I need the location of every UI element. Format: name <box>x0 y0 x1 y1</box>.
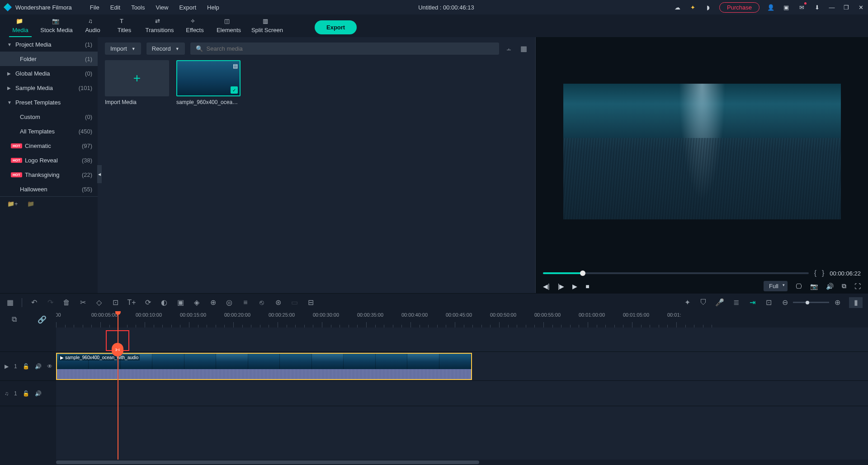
next-frame-button[interactable]: |▶ <box>558 283 565 290</box>
menu-edit[interactable]: Edit <box>110 4 120 11</box>
text-button[interactable]: T+ <box>127 298 136 307</box>
tab-effects[interactable]: ✧Effects <box>179 15 211 37</box>
redo-button[interactable]: ↷ <box>46 298 55 307</box>
mark-in-button[interactable]: { <box>814 269 816 277</box>
mic-icon[interactable]: 🎤 <box>715 298 724 307</box>
sidebar-thanksgiving[interactable]: HOTThanksgiving(22) <box>0 167 98 182</box>
search-media[interactable]: 🔍 <box>190 43 499 55</box>
purchase-button[interactable]: Purchase <box>719 2 760 13</box>
tab-elements[interactable]: ◫Elements <box>211 15 247 37</box>
search-input[interactable] <box>207 45 494 52</box>
tag-icon[interactable]: ◇ <box>94 298 104 307</box>
sidebar-global-media[interactable]: ▶Global Media(0) <box>0 66 98 81</box>
zoom-slider[interactable] <box>793 302 829 303</box>
timeline-tracks[interactable]: ▶sample_960x400_ocean_with_audio <box>56 327 868 460</box>
mute-icon[interactable]: 🔊 <box>35 363 42 370</box>
menu-export[interactable]: Export <box>179 4 196 11</box>
motion-button[interactable]: ◎ <box>225 298 234 307</box>
sidebar-logo-reveal[interactable]: HOTLogo Reveal(38) <box>0 153 98 167</box>
media-clip-tile[interactable]: ▤ ✓ sample_960x400_ocean_... <box>176 60 241 105</box>
undo-button[interactable]: ↶ <box>29 298 38 307</box>
preview-viewport[interactable] <box>536 37 868 266</box>
video-track-1[interactable]: ▶sample_960x400_ocean_with_audio <box>56 352 868 381</box>
audio-track-header[interactable]: ♫1 🔓 🔊 <box>0 381 56 406</box>
timeline-scrollbar[interactable] <box>0 460 868 465</box>
sparkle-icon[interactable]: ✦ <box>689 3 697 11</box>
sidebar-all-templates[interactable]: All Templates(450) <box>0 124 98 138</box>
split-button[interactable]: ✂ <box>78 298 87 307</box>
lock-icon[interactable]: 🔓 <box>23 390 29 397</box>
sidebar-preset-templates[interactable]: ▼Preset Templates <box>0 95 98 109</box>
expand-button[interactable]: ⊟ <box>306 298 315 307</box>
download-icon[interactable]: ⬇ <box>813 3 821 11</box>
video-track-header[interactable]: ▶1 🔓 🔊 👁 <box>0 352 56 381</box>
headset-icon[interactable]: ◗ <box>704 3 712 11</box>
snapshot-icon[interactable]: 📷 <box>810 283 818 290</box>
zoom-out-button[interactable]: ⊖ <box>780 298 789 307</box>
enhance-button[interactable]: ⊛ <box>274 298 283 307</box>
timeline-settings-icon[interactable]: ▮ <box>849 297 863 308</box>
color-button[interactable]: ◐ <box>160 298 169 307</box>
render-button[interactable]: ▭ <box>290 298 299 307</box>
import-media-tile[interactable]: + Import Media <box>105 60 169 105</box>
eye-icon[interactable]: 👁 <box>47 363 52 370</box>
quality-dropdown[interactable]: Full <box>764 281 788 291</box>
menu-file[interactable]: File <box>90 4 99 11</box>
tab-audio[interactable]: ♫Audio <box>77 15 108 37</box>
stop-button[interactable]: ■ <box>585 283 589 290</box>
tab-split-screen[interactable]: ▥Split Screen <box>247 15 288 37</box>
maximize-icon[interactable]: ❐ <box>843 4 850 11</box>
compare-icon[interactable]: ⧉ <box>842 282 846 290</box>
folder-icon[interactable]: 📁 <box>27 200 34 207</box>
sidebar-halloween[interactable]: Halloween(55) <box>0 182 98 196</box>
mark-out-button[interactable]: } <box>822 269 824 277</box>
audio-track-1[interactable] <box>56 381 868 406</box>
sidebar-custom[interactable]: Custom(0) <box>0 109 98 124</box>
marker-icon[interactable]: ✦ <box>683 298 692 307</box>
import-dropdown[interactable]: Import▼ <box>105 43 141 55</box>
sidebar-folder[interactable]: Folder(1) <box>0 52 98 66</box>
play-button[interactable]: ▶ <box>572 283 577 290</box>
zoom-in-button[interactable]: ⊕ <box>833 298 842 307</box>
green-screen-button[interactable]: ▣ <box>176 298 185 307</box>
volume-icon[interactable]: 🔊 <box>826 283 834 290</box>
lock-icon[interactable]: 🔓 <box>23 363 29 370</box>
sidebar-cinematic[interactable]: HOTCinematic(97) <box>0 138 98 153</box>
cloud-icon[interactable]: ☁ <box>673 3 681 11</box>
tab-transitions[interactable]: ⇄Transitions <box>140 15 179 37</box>
progress-knob[interactable] <box>580 270 585 276</box>
sidebar-project-media[interactable]: ▼Project Media(1) <box>0 37 98 52</box>
save-icon[interactable]: ▣ <box>782 3 790 11</box>
tab-stock-media[interactable]: 📷Stock Media <box>36 15 77 37</box>
shield-icon[interactable]: ⛉ <box>699 298 708 307</box>
avatar-icon[interactable]: 👤 <box>767 3 775 11</box>
export-button[interactable]: Export <box>315 20 357 34</box>
link-icon[interactable]: 🔗 <box>38 315 47 324</box>
prev-frame-button[interactable]: ◀| <box>543 283 550 290</box>
tab-titles[interactable]: TTitles <box>108 15 140 37</box>
sidebar-sample-media[interactable]: ▶Sample Media(101) <box>0 81 98 95</box>
adjust-button[interactable]: ≡ <box>241 298 250 307</box>
new-folder-icon[interactable]: 📁+ <box>7 200 18 207</box>
timeline-ruler[interactable]: :00:0000:00:05:0000:00:10:0000:00:15:000… <box>56 311 868 327</box>
record-dropdown[interactable]: Record▼ <box>146 43 185 55</box>
close-icon[interactable]: ✕ <box>857 4 864 11</box>
detach-button[interactable]: ⊕ <box>208 298 217 307</box>
mixer-icon[interactable]: ≣ <box>731 298 741 307</box>
crop-button[interactable]: ⊡ <box>111 298 120 307</box>
speed-button[interactable]: ⟳ <box>143 298 152 307</box>
collapse-sidebar-button[interactable]: ◀ <box>97 165 102 183</box>
playhead[interactable] <box>118 327 118 460</box>
display-icon[interactable]: 🖵 <box>796 283 802 290</box>
minimize-icon[interactable]: — <box>828 4 835 11</box>
audio-adjust-button[interactable]: ⎋ <box>257 298 266 307</box>
fullscreen-icon[interactable]: ⛶ <box>854 283 861 290</box>
menu-view[interactable]: View <box>156 4 168 11</box>
snap-icon[interactable]: ⊡ <box>764 298 773 307</box>
delete-button[interactable]: 🗑 <box>62 298 71 307</box>
tab-media[interactable]: 📁Media <box>5 15 36 37</box>
layout-icon[interactable]: ▦ <box>5 298 14 307</box>
grid-view-icon[interactable]: ▦ <box>519 44 528 53</box>
filter-icon[interactable]: ⫠ <box>505 44 514 53</box>
menu-help[interactable]: Help <box>207 4 219 11</box>
